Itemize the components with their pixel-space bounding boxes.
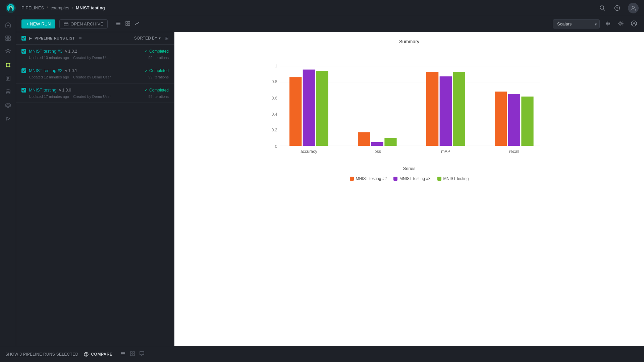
svg-rect-69 (495, 92, 507, 146)
list-header: ▶ PIPELINE RUNS LIST ≡ SORTED BY ▾ ⊞ (16, 32, 174, 45)
run-1-status: ✓ Completed (145, 88, 169, 93)
svg-text:accuracy: accuracy (301, 149, 318, 154)
svg-point-12 (6, 66, 7, 67)
legend-item-3: MNIST testing #3 (393, 176, 430, 181)
svg-text:0: 0 (275, 144, 277, 149)
sidebar-item-experiments[interactable] (2, 32, 14, 44)
columns-settings-icon[interactable] (604, 19, 612, 29)
svg-rect-70 (508, 94, 520, 146)
bottom-icons (120, 351, 145, 358)
run-1-checkbox[interactable] (21, 88, 26, 93)
svg-point-44 (633, 22, 635, 23)
run-2-version: v 1.0.1 (65, 68, 77, 73)
sorted-by[interactable]: SORTED BY ▾ (134, 36, 161, 41)
chart-legend: MNIST testing #2 MNIST testing #3 MNIST … (267, 176, 552, 181)
svg-point-22 (6, 90, 10, 92)
svg-rect-66 (440, 76, 452, 146)
svg-marker-24 (7, 104, 9, 107)
scalars-select[interactable]: Scalars (553, 19, 600, 28)
app-logo[interactable] (5, 3, 16, 13)
toolbar-right: Scalars (553, 19, 639, 29)
list-header-right: SORTED BY ▾ ⊞ (134, 36, 169, 41)
run-2-name: MNIST testing #2 (29, 68, 62, 73)
run-item-2[interactable]: MNIST testing #2 v 1.0.1 ✓ Completed Upd… (16, 64, 174, 83)
user-circle-icon[interactable] (629, 19, 639, 29)
svg-rect-62 (371, 142, 383, 146)
settings-icon[interactable] (616, 19, 625, 29)
sidebar-item-models[interactable] (2, 99, 14, 111)
toolbar: + NEW RUN OPEN ARCHIVE (16, 16, 644, 32)
svg-text:recall: recall (509, 149, 519, 154)
select-all-checkbox[interactable] (21, 36, 26, 41)
svg-rect-34 (126, 24, 127, 25)
run-2-status: ✓ Completed (145, 68, 169, 73)
filter-icon[interactable]: ⊞ (165, 36, 169, 41)
run-2-checkbox[interactable] (21, 68, 26, 73)
chart-view-icon[interactable] (133, 19, 141, 29)
svg-rect-7 (8, 36, 10, 38)
bottom-grid-icon[interactable] (130, 351, 135, 358)
svg-text:0.4: 0.4 (271, 112, 277, 117)
svg-point-11 (9, 63, 10, 64)
new-run-button[interactable]: + NEW RUN (21, 19, 55, 28)
svg-rect-61 (358, 132, 370, 146)
scalars-dropdown-wrapper[interactable]: Scalars (553, 19, 600, 28)
sidebar-item-reports[interactable] (2, 72, 14, 84)
legend-label-1: MNIST testing (443, 176, 469, 181)
split-panel: ▶ PIPELINE RUNS LIST ≡ SORTED BY ▾ ⊞ (16, 32, 644, 346)
compare-icon (84, 352, 89, 357)
sidebar-item-home[interactable] (2, 19, 14, 31)
legend-label-2: MNIST testing #2 (356, 176, 387, 181)
open-archive-button[interactable]: OPEN ARCHIVE (59, 19, 108, 28)
show-selected-link[interactable]: SHOW 3 PIPELINE RUNS SELECTED (5, 352, 78, 357)
svg-rect-82 (130, 354, 132, 356)
svg-rect-59 (316, 71, 328, 146)
svg-rect-35 (128, 24, 130, 25)
summary-chart: 0 0.2 0.4 0.6 0.8 1 (267, 51, 552, 165)
run-item-1[interactable]: MNIST testing v 1.0.0 ✓ Completed Update… (16, 83, 174, 103)
grid-view-icon[interactable] (124, 19, 132, 29)
bottom-list-icon[interactable] (120, 351, 126, 358)
svg-point-13 (9, 66, 10, 67)
svg-point-39 (607, 21, 608, 22)
sidebar-item-deploy[interactable] (2, 113, 14, 125)
svg-text:0.6: 0.6 (271, 96, 277, 101)
compare-button[interactable]: COMPARE (84, 352, 112, 357)
svg-text:mAP: mAP (441, 149, 450, 154)
run-3-checkbox[interactable] (21, 49, 26, 54)
legend-item-2: MNIST testing #2 (350, 176, 387, 181)
breadcrumb-current: MNIST testing (76, 5, 105, 10)
run-3-status: ✓ Completed (145, 49, 169, 54)
user-avatar[interactable] (628, 3, 639, 13)
svg-rect-33 (128, 21, 130, 23)
svg-rect-63 (384, 138, 396, 146)
run-3-meta: Updated 10 minutes ago Created by Demo U… (21, 56, 169, 60)
svg-point-5 (632, 6, 635, 8)
svg-point-42 (620, 22, 622, 24)
breadcrumb-examples[interactable]: examples (51, 5, 69, 10)
svg-marker-23 (6, 103, 10, 108)
help-icon[interactable]: ? (613, 4, 621, 12)
run-item-3[interactable]: MNIST testing #3 v 1.0.2 ✓ Completed Upd… (16, 45, 174, 64)
svg-rect-9 (8, 39, 10, 41)
list-view-icon[interactable] (114, 19, 122, 29)
sidebar-item-layers[interactable] (2, 46, 14, 58)
svg-rect-58 (303, 70, 315, 146)
svg-rect-65 (426, 72, 438, 146)
breadcrumb: PIPELINES / examples / MNIST testing (21, 5, 105, 10)
left-panel: ▶ PIPELINE RUNS LIST ≡ SORTED BY ▾ ⊞ (16, 32, 174, 346)
expand-icon[interactable]: ▶ (29, 36, 32, 41)
svg-text:1: 1 (275, 64, 277, 68)
chart-area: 0 0.2 0.4 0.6 0.8 1 (267, 51, 552, 166)
run-1-version: v 1.0.0 (59, 88, 71, 93)
svg-point-10 (6, 63, 7, 64)
sidebar-item-datasets[interactable] (2, 86, 14, 98)
legend-dot-3 (393, 177, 397, 181)
breadcrumb-pipelines[interactable]: PIPELINES (21, 5, 44, 10)
svg-rect-71 (521, 97, 533, 146)
search-icon[interactable] (598, 4, 606, 12)
sidebar-item-pipelines[interactable] (2, 59, 14, 71)
list-filter-icon[interactable]: ≡ (79, 36, 82, 41)
bottom-chat-icon[interactable] (139, 351, 145, 358)
svg-rect-81 (133, 352, 135, 353)
